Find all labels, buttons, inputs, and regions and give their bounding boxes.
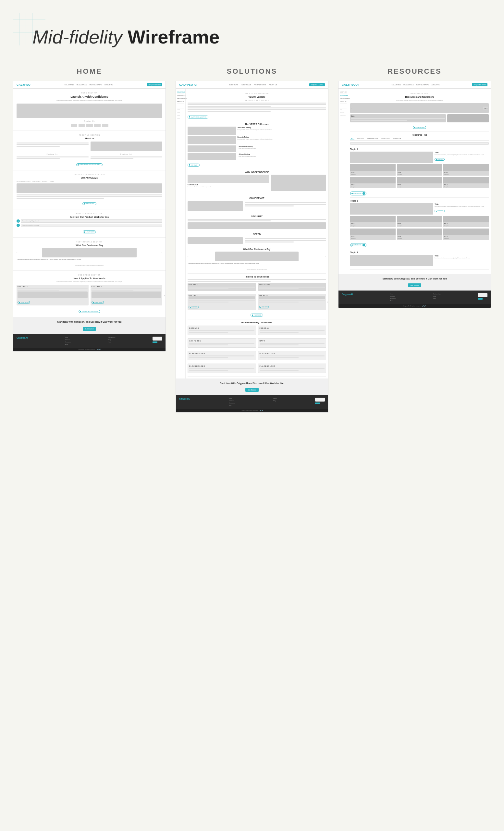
resources-topic-1: Topic 1 Title Lorem ipsum dolor sit amet…	[350, 146, 489, 198]
solutions-confidence: CONFIDENCE	[187, 195, 326, 213]
home-step1-select[interactable]: Select industry / department ∨	[21, 220, 162, 223]
solutions-tailored-title: Tailored To Your Needs	[187, 276, 326, 278]
home-hero: HERO SECTION Launch AI With Confidence L…	[13, 89, 166, 131]
resources-tab-news[interactable]: NEWSROOM	[392, 137, 402, 140]
resource-card: TITLE description	[350, 229, 395, 240]
home-product: PRODUCT FEATURE SECTION VESPR Validate W…	[13, 170, 166, 209]
home-usecases-cta[interactable]: BROWSE ALL USE CASES ›	[79, 310, 100, 313]
home-cta-btn[interactable]: Get Started	[83, 327, 96, 331]
home-step2-select[interactable]: Select industry lifecycle stage ∨	[21, 224, 162, 227]
home-testimonials-title: What Our Customers Say	[17, 244, 162, 247]
solutions-security-title: SECURITY	[187, 215, 326, 218]
home-hero-image	[17, 104, 162, 118]
solutions-cta-btn[interactable]: Get Started	[245, 388, 259, 392]
resources-label: RESOURCES	[338, 67, 491, 76]
home-navbar: CALYPSO SOLUTIONS RESOURCES PARTNERSHIPS…	[13, 81, 166, 89]
dept-defense: DEFENSE	[187, 325, 256, 335]
solutions-footer: CalypsoAI Home Solutions Resources Help …	[176, 395, 328, 409]
resources-hub: Resource Hub ALL BLOG POST PRESS RELEASE…	[350, 132, 489, 272]
resources-nav-cta[interactable]: Request a Demo	[472, 83, 487, 86]
resources-cta-btn[interactable]: Get Started	[408, 283, 421, 287]
dept-airforce: AIR FORCE	[187, 338, 256, 348]
solutions-testimonials: What Our Customers Say ‹ › "Lorem ipsum …	[187, 246, 326, 274]
home-wireframe: CALYPSO SOLUTIONS RESOURCES PARTNERSHIPS…	[13, 81, 166, 351]
resources-navbar: CALYPSO AI SOLUTIONS RESOURCES PARTNERSH…	[338, 81, 491, 89]
resource-card: TITLE description	[350, 177, 395, 188]
solutions-browse: Browse More By Department DEFENSE	[187, 319, 326, 376]
vespr-diff-cta[interactable]: USE CASE ›	[187, 164, 200, 167]
resource-card: TITLE description	[443, 216, 489, 227]
home-how-cta[interactable]: LEARN MORE	[83, 230, 96, 233]
topic2-load-more[interactable]: LOAD MORE › 3	[350, 243, 366, 247]
footer-form	[152, 337, 162, 341]
solutions-confidence-title: CONFIDENCE	[187, 197, 326, 199]
home-hero-title: Launch AI With Confidence	[17, 95, 162, 98]
home-nav-links: SOLUTIONS RESOURCES PARTNERSHIPS ABOUT U…	[65, 84, 113, 86]
resource-card: TITLE description	[443, 177, 489, 188]
solutions-navbar: CALYPSO AI SOLUTIONS RESOURCES PARTNERSH…	[176, 81, 328, 89]
home-testimonial-name: Name Name and Name designation organisat…	[75, 264, 103, 266]
resources-column: RESOURCES CALYPSO AI SOLUTIONS RESOURCES…	[338, 67, 491, 308]
home-testimonial-img	[42, 248, 137, 257]
solutions-tailored-cta[interactable]: FIND MORE ›	[250, 314, 263, 316]
resources-search[interactable]	[350, 142, 489, 145]
dept-placeholder-3: PLACEHOLDER	[187, 364, 256, 373]
resources-hero: NEWSROOM HUB Resources and Newsroom Lore…	[350, 91, 489, 132]
usecase-next-arrow[interactable]: ›	[164, 294, 165, 297]
solutions-vespr-diff: The VESPR Difference Test Level Rating L…	[187, 121, 326, 169]
solutions-cta-title: Start Now With CalypsoAI and See How It …	[179, 382, 325, 385]
dept-placeholder-4: PLACEHOLDER	[258, 364, 326, 373]
home-footer-bottom: CalypsoAI. All rights reserved. 🔗 🔗	[13, 348, 166, 351]
home-product-cta[interactable]: LEARN MORE ›	[83, 202, 97, 205]
solutions-testimonial-next[interactable]: ›	[325, 255, 326, 258]
solutions-speed: SPEED	[187, 231, 326, 246]
solutions-usecase-arrow[interactable]: ›	[327, 300, 328, 303]
usecase2-readmore[interactable]: READ MORE	[91, 301, 104, 304]
dept-federal: FEDERAL	[258, 325, 326, 335]
home-usecase-2: USE CASE 2 READ MORE	[91, 285, 162, 306]
home-testimonial-prev[interactable]: ‹	[17, 251, 18, 254]
solutions-hero-title: VESPR Validate	[187, 96, 326, 98]
home-usecases: USE CASES SECTION How It Applies To Your…	[13, 271, 166, 317]
solutions-layout: SOLUTIONS RESOURCES PARTNERSHIPS ABOUT U…	[176, 89, 328, 378]
home-testimonial-quote: "Lorem ipsum dolor sit amet, consectetur…	[17, 259, 162, 261]
resources-sidebar: SOLUTIONS RESOURCES PARTNERSHIPS ABOUT U…	[338, 89, 348, 274]
dept-placeholder-1: PLACEHOLDER	[187, 351, 256, 360]
topic1-readmore[interactable]: READ MORE	[435, 158, 445, 161]
resources-hub-title: Resource Hub	[350, 134, 489, 136]
solutions-nav-cta[interactable]: Request a Demo	[309, 83, 325, 86]
home-column: HOME CALYPSO SOLUTIONS RESOURCES PARTNER…	[13, 67, 166, 351]
home-testimonial-next[interactable]: ›	[161, 251, 162, 254]
resource-card: TITLE description	[443, 164, 489, 176]
topic1-load-more[interactable]: LOAD MORE › 3	[350, 192, 366, 195]
resources-tab-blog[interactable]: BLOG POST	[356, 137, 365, 140]
resources-tab-case[interactable]: CASE STUDY	[380, 137, 391, 140]
home-logo: CALYPSO	[17, 83, 30, 86]
solutions-usecase-2: USE EASY READ MORE	[258, 294, 326, 310]
usecase1-readmore[interactable]: READ MORE	[18, 301, 30, 304]
resources-tab-all[interactable]: ALL	[350, 137, 354, 140]
home-nav-cta[interactable]: Request a Demo	[147, 83, 162, 86]
home-trusted-logos	[17, 124, 162, 127]
solutions-testimonial-prev[interactable]: ‹	[187, 255, 188, 258]
solutions-footer-bottom: CalypsoAI. All rights reserved. 🔗 🔗	[176, 409, 328, 412]
solutions-browse-title: Browse More By Department	[187, 321, 326, 324]
solutions-column: SOLUTIONS CALYPSO AI SOLUTIONS RESOURCES…	[176, 67, 328, 412]
home-cta-title: Start Now With CalypsoAI and See How It …	[17, 320, 162, 324]
home-how: HOW IT WORKS SECTION See How Our Product…	[13, 209, 166, 238]
topic2-readmore[interactable]: READ MORE	[435, 210, 445, 212]
resources-cta: Start Now With CalypsoAI and See How It …	[338, 274, 491, 291]
solutions-hero-cta[interactable]: LEARN MORE ABOUT US ›	[187, 116, 208, 118]
home-usecases-title: How It Applies To Your Needs	[17, 277, 162, 280]
resources-hero-cta[interactable]: READ MORE ›	[413, 126, 426, 129]
page-title: Mid-fidelity Wireframe	[32, 26, 491, 48]
resource-card: TITLE description	[350, 164, 395, 176]
solutions-security: SECURITY	[187, 213, 326, 231]
solutions-usecase-1: USE CASE READ MORE	[187, 294, 256, 310]
solutions-cta: Start Now With CalypsoAI and See How It …	[176, 378, 328, 395]
home-about-title: About us	[17, 137, 162, 140]
resources-tab-press[interactable]: PRESS RELEASE	[366, 137, 379, 140]
solutions-tailored: Tailored To Your Needs USE CASE	[187, 274, 326, 319]
home-about-cta[interactable]: LEARN MORE ABOUT OUR TEAM ›	[76, 163, 102, 166]
solutions-label: SOLUTIONS	[176, 67, 328, 76]
